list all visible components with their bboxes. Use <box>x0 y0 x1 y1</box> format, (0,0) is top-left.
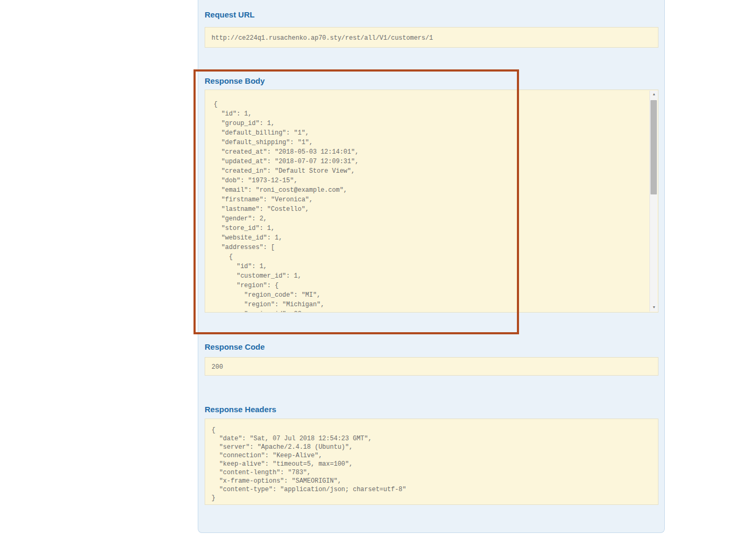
response-headers-json: { "date": "Sat, 07 Jul 2018 12:54:23 GMT… <box>205 419 658 505</box>
response-body-json: { "id": 1, "group_id": 1, "default_billi… <box>205 90 658 313</box>
response-body-scrollbar[interactable]: ▲ ▼ <box>649 91 657 312</box>
request-url-text: http://ce224q1.rusachenko.ap70.sty/rest/… <box>205 28 658 48</box>
api-operation-response-panel: Request URL http://ce224q1.rusachenko.ap… <box>198 0 665 533</box>
response-code-text: 200 <box>205 358 658 376</box>
response-body-box[interactable]: { "id": 1, "group_id": 1, "default_billi… <box>205 90 658 313</box>
response-code-value-box: 200 <box>205 357 658 376</box>
response-headers-heading: Response Headers <box>205 405 276 414</box>
scrollbar-thumb[interactable] <box>650 100 657 194</box>
request-url-value-box: http://ce224q1.rusachenko.ap70.sty/rest/… <box>205 27 658 48</box>
scrollbar-down-arrow-icon[interactable]: ▼ <box>650 304 658 312</box>
response-code-heading: Response Code <box>205 342 265 351</box>
scrollbar-up-arrow-icon[interactable]: ▲ <box>650 91 658 99</box>
request-url-heading: Request URL <box>205 10 254 19</box>
response-headers-box: { "date": "Sat, 07 Jul 2018 12:54:23 GMT… <box>205 419 658 505</box>
response-body-heading: Response Body <box>205 76 265 85</box>
